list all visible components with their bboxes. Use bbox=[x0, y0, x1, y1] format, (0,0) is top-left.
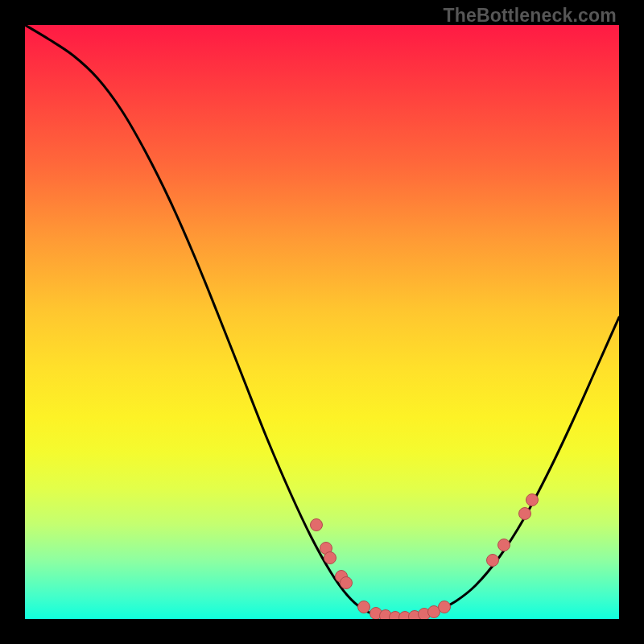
data-marker bbox=[439, 601, 451, 613]
chart-svg bbox=[25, 25, 619, 619]
data-marker bbox=[324, 552, 336, 564]
data-marker bbox=[311, 519, 323, 531]
data-marker bbox=[487, 555, 499, 567]
data-markers bbox=[311, 494, 539, 620]
bottleneck-curve bbox=[25, 25, 619, 617]
data-marker bbox=[358, 601, 370, 613]
data-marker bbox=[341, 577, 353, 589]
data-marker bbox=[498, 539, 510, 551]
data-marker bbox=[526, 494, 539, 506]
data-marker bbox=[519, 508, 531, 520]
plot-area bbox=[25, 25, 619, 619]
watermark-text: TheBottleneck.com bbox=[443, 5, 617, 27]
